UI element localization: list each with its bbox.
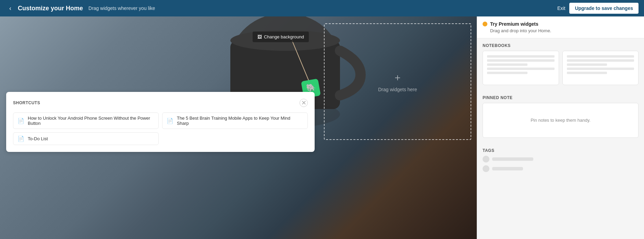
notebook-line	[567, 68, 634, 70]
note-icon-1: 📄	[17, 118, 24, 124]
content-area: 🐘 🖼 Change background SHORTCUTS ✕ 📄 How …	[0, 16, 477, 239]
header-actions: Exit Upgrade to save changes	[557, 3, 639, 14]
tag-bar-2	[492, 167, 523, 170]
notebooks-section	[477, 51, 644, 91]
notebook-line	[487, 72, 527, 74]
header: ‹ Customize your Home Drag widgets where…	[0, 0, 644, 16]
exit-button[interactable]: Exit	[557, 5, 565, 11]
tags-rows	[483, 156, 639, 172]
premium-title: Try Premium widgets	[490, 21, 538, 27]
notebook-line	[487, 55, 555, 58]
shortcut-label-3: To-Do List	[28, 136, 48, 141]
pinned-note-card[interactable]: Pin notes to keep them handy.	[483, 103, 639, 138]
notebook-line	[567, 72, 607, 74]
notebook-line	[567, 59, 634, 62]
shortcut-label-1: How to Unlock Your Android Phone Screen …	[28, 116, 154, 126]
notebook-line	[487, 59, 555, 62]
tag-icon-1	[483, 156, 489, 163]
notebook-card-1[interactable]	[483, 51, 559, 85]
page-subtitle: Drag widgets wherever you like	[88, 5, 155, 11]
drop-zone[interactable]: ＋ Drag widgets here	[324, 23, 471, 140]
right-sidebar: Try Premium widgets Drag and drop into y…	[477, 16, 644, 239]
notebooks-cards	[483, 51, 639, 85]
pinned-note-section: Pin notes to keep them handy.	[477, 103, 644, 143]
shortcut-item-1[interactable]: 📄 How to Unlock Your Android Phone Scree…	[13, 112, 159, 129]
shortcut-item-2[interactable]: 📄 The 5 Best Brain Training Mobile Apps …	[162, 112, 308, 129]
change-background-button[interactable]: 🖼 Change background	[253, 32, 309, 42]
shortcut-item-3[interactable]: 📄 To-Do List	[13, 132, 159, 145]
notebook-card-2[interactable]	[562, 51, 639, 85]
note-icon-2: 📄	[167, 118, 173, 124]
premium-widgets-section: Try Premium widgets Drag and drop into y…	[477, 16, 644, 38]
notebook-line	[567, 63, 607, 66]
premium-header: Try Premium widgets	[483, 21, 639, 27]
tag-row-1	[483, 156, 639, 163]
shortcut-label-2: The 5 Best Brain Training Mobile Apps to…	[177, 116, 303, 126]
shortcuts-header: SHORTCUTS ✕	[13, 99, 308, 107]
drop-zone-icon: ＋	[393, 71, 402, 84]
tag-row-2	[483, 165, 639, 172]
change-background-label: Change background	[264, 34, 304, 39]
note-icon-3: 📄	[17, 135, 24, 142]
shortcuts-widget: SHORTCUTS ✕ 📄 How to Unlock Your Android…	[6, 92, 315, 152]
notebook-line	[567, 55, 634, 58]
tag-icon-2	[483, 165, 489, 172]
image-icon: 🖼	[257, 34, 262, 39]
tag-bar-1	[492, 157, 533, 161]
tags-section-header: TAGS	[477, 143, 644, 156]
shortcuts-grid: 📄 How to Unlock Your Android Phone Scree…	[13, 112, 308, 145]
premium-icon	[483, 22, 487, 26]
notebook-line	[487, 63, 527, 66]
back-button[interactable]: ‹	[5, 3, 15, 13]
notebook-line	[487, 68, 555, 70]
upgrade-button[interactable]: Upgrade to save changes	[569, 3, 639, 14]
pinned-note-section-header: PINNED NOTE	[477, 91, 644, 103]
notebooks-section-header: NOTEBOOKS	[477, 38, 644, 51]
shortcuts-title: SHORTCUTS	[13, 100, 40, 105]
main-layout: 🐘 🖼 Change background SHORTCUTS ✕ 📄 How …	[0, 16, 644, 239]
drop-zone-text: Drag widgets here	[378, 87, 417, 92]
tags-section	[477, 156, 644, 178]
premium-subtitle: Drag and drop into your Home.	[490, 28, 639, 33]
page-title: Customize your Home	[18, 5, 83, 12]
close-shortcuts-button[interactable]: ✕	[300, 99, 308, 107]
pinned-note-placeholder: Pin notes to keep them handy.	[531, 118, 591, 123]
